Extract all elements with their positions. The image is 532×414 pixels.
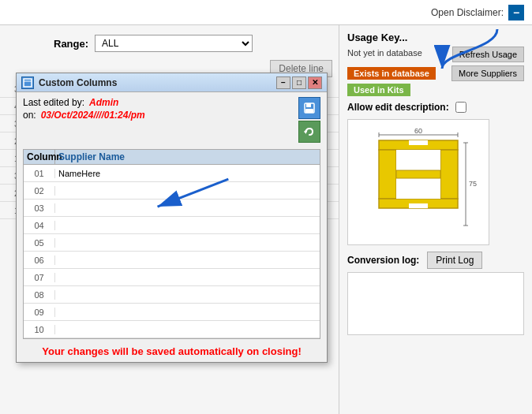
column-row-3: 03 [24, 200, 320, 217]
open-disclaimer-label: Open Disclaimer: [431, 7, 504, 18]
dialog-titlebar: Custom Columns − □ ✕ [17, 73, 327, 92]
range-select[interactable]: ALL CUSTOM [95, 35, 253, 52]
svg-marker-5 [304, 129, 306, 134]
range-label: Range: [54, 38, 88, 50]
range-row: Range: ALL CUSTOM [6, 35, 332, 52]
not-in-db-label: Not yet in database [347, 48, 422, 58]
column-row-9: 09 [24, 304, 320, 321]
column-input-10[interactable] [55, 322, 320, 338]
right-panel: Usage Key... Not yet in database Refresh… [339, 25, 532, 414]
column-row-6: 06 [24, 252, 320, 269]
undo-button[interactable] [298, 121, 320, 143]
top-bar: Open Disclaimer: − [0, 0, 532, 25]
svg-rect-19 [396, 150, 440, 172]
column-num-header: Column [24, 150, 55, 164]
allow-edit-checkbox[interactable] [455, 102, 466, 113]
main-area: Range: ALL CUSTOM Delete line 3 nway 4 3… [0, 25, 532, 414]
conversion-log-label: Conversion log: [347, 255, 419, 266]
svg-rect-0 [24, 79, 32, 87]
column-name-header: Supplier Name [55, 150, 320, 164]
used-in-kits-badge: Used in Kits [347, 84, 410, 96]
allow-edit-row: Allow edit description: [347, 102, 524, 113]
component-diagram: 60 75 [347, 119, 489, 245]
svg-rect-22 [409, 140, 428, 145]
dialog-icon [21, 76, 34, 89]
svg-text:60: 60 [414, 127, 422, 135]
column-input-4[interactable] [55, 218, 320, 233]
column-table-body: 01 02 03 04 [23, 164, 320, 339]
column-row-4: 04 [24, 217, 320, 234]
svg-rect-20 [396, 177, 440, 199]
column-input-9[interactable] [55, 304, 320, 320]
column-input-3[interactable] [55, 200, 320, 216]
dialog-close-button[interactable]: ✕ [308, 76, 322, 89]
exists-in-database-badge: Exists in database [347, 67, 436, 80]
column-input-2[interactable] [55, 183, 320, 199]
column-input-7[interactable] [55, 270, 320, 285]
column-row-2: 02 [24, 182, 320, 200]
dialog-body: Last edited by: Admin on: 03/Oct/2024///… [17, 92, 327, 362]
usage-key-title: Usage Key... [347, 32, 524, 43]
on-date-value: 03/Oct/2024////01:24/pm [41, 110, 145, 121]
dialog-title: Custom Columns [39, 77, 117, 88]
column-row-10: 10 [24, 321, 320, 338]
column-row-7: 07 [24, 269, 320, 286]
custom-columns-dialog: Custom Columns − □ ✕ Last edited by: Adm… [16, 73, 328, 363]
dialog-maximize-button[interactable]: □ [292, 76, 306, 89]
last-edited-label: Last edited by: [23, 97, 84, 108]
svg-rect-23 [409, 203, 428, 208]
svg-rect-4 [305, 109, 313, 113]
allow-edit-label: Allow edit description: [347, 102, 449, 113]
svg-rect-16 [379, 150, 396, 199]
svg-rect-21 [396, 170, 440, 178]
conversion-log-row: Conversion log: Print Log [347, 252, 524, 269]
last-edited-by-value: Admin [89, 97, 118, 108]
column-input-8[interactable] [55, 287, 320, 303]
column-table-header: Column Supplier Name [23, 149, 320, 164]
column-input-1[interactable] [55, 166, 320, 181]
column-input-5[interactable] [55, 235, 320, 251]
refresh-usage-button[interactable]: Refresh Usage [452, 47, 524, 62]
svg-rect-3 [306, 103, 311, 107]
auto-save-message: Your changes will be saved automatically… [23, 345, 320, 357]
open-disclaimer-button[interactable]: − [508, 5, 524, 21]
dialog-minimize-button[interactable]: − [276, 76, 290, 89]
more-suppliers-button[interactable]: More Suppliers [451, 65, 524, 81]
component-svg: 60 75 [355, 123, 481, 241]
on-label: on: [23, 110, 36, 121]
print-log-button[interactable]: Print Log [427, 252, 482, 269]
column-row-1: 01 [24, 165, 320, 182]
conversion-log-area [347, 272, 524, 335]
column-row-5: 05 [24, 234, 320, 252]
left-panel: Range: ALL CUSTOM Delete line 3 nway 4 3… [0, 25, 339, 414]
save-button[interactable] [298, 97, 320, 119]
column-input-6[interactable] [55, 252, 320, 268]
svg-rect-17 [440, 150, 458, 199]
svg-text:75: 75 [469, 180, 477, 188]
column-row-8: 08 [24, 286, 320, 304]
